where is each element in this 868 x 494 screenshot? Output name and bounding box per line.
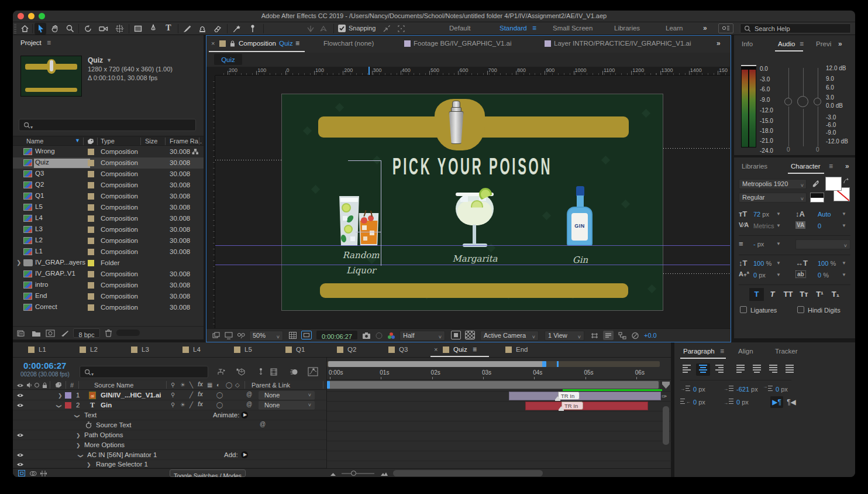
comp-tab-name[interactable]: Quiz bbox=[279, 40, 293, 47]
panel-overflow-icon[interactable]: » bbox=[845, 162, 849, 170]
parent-link-column[interactable]: Parent & Link bbox=[252, 382, 290, 389]
region-of-interest-icon[interactable] bbox=[301, 331, 312, 339]
ghost-icon[interactable] bbox=[29, 470, 37, 477]
shy-icon[interactable] bbox=[256, 368, 266, 376]
adjust-icon[interactable] bbox=[60, 330, 70, 337]
layer-name[interactable]: Gin bbox=[101, 402, 112, 409]
project-row[interactable]: ❯ End Composition 30.008 bbox=[13, 291, 204, 302]
project-row[interactable]: ❯ Q3 Composition 30.008 bbox=[13, 169, 204, 180]
project-row[interactable]: ❯ intro Composition 30.008 bbox=[13, 280, 204, 291]
show-snapshot-icon[interactable] bbox=[375, 332, 383, 339]
baseline-shift-stepper[interactable]: ▼ bbox=[776, 272, 781, 277]
time-navigator-visible[interactable] bbox=[328, 361, 543, 367]
time-ruler[interactable]: 0:00s01s02s03s04s05s06s bbox=[327, 368, 671, 380]
indent-right-value[interactable]: 0 bbox=[693, 399, 697, 406]
snapping-checkbox[interactable] bbox=[338, 25, 346, 32]
project-row[interactable]: ❯ Q1 Composition 30.008 bbox=[13, 191, 204, 202]
type-style-button[interactable]: Tᴛ bbox=[797, 288, 811, 301]
label-color-swatch[interactable] bbox=[88, 249, 94, 255]
type-style-button[interactable]: T bbox=[749, 288, 764, 301]
eraser-tool-icon[interactable] bbox=[213, 24, 222, 33]
project-panel-menu-icon[interactable]: ≡ bbox=[47, 39, 51, 47]
project-panel-tab[interactable]: Project bbox=[20, 39, 42, 46]
character-panel-tab[interactable]: Character bbox=[791, 163, 821, 170]
expand-layers-icon[interactable] bbox=[18, 470, 25, 476]
pan-behind-tool-icon[interactable] bbox=[115, 24, 125, 33]
layer-row-2[interactable]: ❯ 2 T Gin ⚲ ☀ ╱ fx ◯ @ None˅ bbox=[13, 400, 326, 410]
column-frame-rate[interactable]: Frame Ra.. bbox=[170, 138, 202, 145]
label-color-swatch[interactable] bbox=[88, 227, 94, 233]
project-row[interactable]: ❯ Q2 Composition 30.008 bbox=[13, 180, 204, 191]
workspace-settings-button[interactable] bbox=[718, 23, 733, 33]
navigator-end-handle[interactable] bbox=[542, 361, 546, 367]
swap-fill-stroke-icon[interactable] bbox=[843, 177, 850, 184]
vertical-scale-value[interactable]: 100 bbox=[753, 260, 764, 267]
preview-comp-name[interactable]: Quiz bbox=[88, 56, 103, 64]
workspace-standard[interactable]: Standard bbox=[500, 25, 527, 32]
preview-disclosure-icon[interactable]: ▼ bbox=[106, 57, 112, 63]
align-button[interactable] bbox=[733, 363, 748, 376]
paragraph-panel-menu-icon[interactable]: ≡ bbox=[720, 347, 724, 355]
project-row[interactable]: ❯ IV_GRAP..V1 Composition 30.008 bbox=[13, 269, 204, 280]
project-scrollbar[interactable] bbox=[116, 330, 140, 336]
comp-mini-flowchart-icon[interactable] bbox=[217, 368, 227, 376]
layer-expander-icon[interactable]: ❯ bbox=[58, 393, 63, 399]
label-color-swatch[interactable] bbox=[88, 171, 94, 177]
layer-bar-2[interactable] bbox=[525, 402, 648, 410]
type-tool-icon[interactable]: T bbox=[164, 23, 173, 33]
frame-blending-icon[interactable] bbox=[270, 368, 280, 376]
comp-viewer[interactable]: PICK YOUR POISON bbox=[215, 76, 730, 328]
label-color-swatch[interactable] bbox=[88, 182, 94, 188]
stroke-over-fill-widget[interactable] bbox=[810, 193, 824, 203]
align-button[interactable] bbox=[680, 363, 694, 376]
timeline-timecode[interactable]: 0:00:06:27 bbox=[23, 361, 66, 370]
puppet-pin-tool-icon[interactable] bbox=[248, 24, 257, 33]
project-row[interactable]: ❯ L4 Composition 30.008 bbox=[13, 213, 204, 224]
stroke-width-value[interactable]: - bbox=[753, 241, 756, 248]
tab-menu-icon[interactable]: ≡ bbox=[473, 345, 477, 354]
timeline-tab[interactable]: × L2 ≡ bbox=[74, 342, 125, 357]
horizontal-ruler[interactable]: 2001000100200300400500600700800900100011… bbox=[215, 67, 730, 76]
vertical-scale-stepper[interactable]: ▼ bbox=[776, 260, 781, 266]
timeline-zoom-slider[interactable] bbox=[342, 473, 374, 474]
comp-tab-menu-icon[interactable]: ≡ bbox=[295, 39, 299, 47]
interpret-footage-icon[interactable] bbox=[17, 330, 26, 337]
motion-blur-switch[interactable]: ◯ bbox=[216, 402, 223, 408]
source-text-row[interactable]: Source Text @ bbox=[13, 420, 326, 430]
camera-dropdown[interactable]: Active Camera˅ bbox=[480, 331, 539, 341]
column-name[interactable]: Name bbox=[26, 138, 43, 145]
align-button[interactable] bbox=[783, 363, 797, 376]
share-icon[interactable] bbox=[237, 332, 246, 339]
label-color-swatch[interactable] bbox=[88, 215, 94, 222]
audio-panel-menu-icon[interactable]: ≡ bbox=[800, 40, 804, 48]
ruler-corner[interactable] bbox=[206, 67, 215, 76]
rtl-direction-button[interactable]: ¶◀ bbox=[785, 396, 798, 408]
new-folder-icon[interactable] bbox=[32, 330, 41, 337]
project-row[interactable]: ❯ Correct Composition 30.008 bbox=[13, 302, 204, 313]
fx-switch[interactable]: fx bbox=[198, 391, 203, 397]
timeline-tab[interactable]: × Q1 ≡ bbox=[280, 342, 331, 357]
panel-overflow-icon[interactable]: » bbox=[838, 40, 842, 48]
parent-dropdown[interactable]: None˅ bbox=[259, 391, 315, 400]
zoom-in-mountain-icon[interactable] bbox=[380, 471, 388, 476]
draft-3d-icon[interactable] bbox=[236, 368, 246, 376]
snap-beyond-edges-icon[interactable] bbox=[397, 24, 406, 33]
layer-tab[interactable]: Layer INTRO/PRACTICE/IV_GRAPHIC_V1.ai bbox=[554, 40, 691, 47]
column-size[interactable]: Size bbox=[145, 138, 157, 145]
column-type[interactable]: Type bbox=[101, 138, 115, 145]
label-color-swatch[interactable] bbox=[88, 149, 94, 155]
project-row[interactable]: ❯ L5 Composition 30.008 bbox=[13, 202, 204, 213]
parent-pickwhip-icon[interactable]: @ bbox=[246, 401, 252, 407]
exposure-value[interactable]: +0.0 bbox=[644, 332, 657, 339]
audio-left-fader-knob[interactable] bbox=[784, 98, 792, 105]
label-color-swatch[interactable] bbox=[88, 271, 94, 277]
horizontal-scale-stepper[interactable]: ▼ bbox=[842, 260, 846, 266]
label-color-swatch[interactable] bbox=[88, 193, 94, 200]
path-options-row[interactable]: ❯ Path Options bbox=[13, 430, 326, 440]
horizontal-scale-value[interactable]: 100 bbox=[818, 260, 828, 267]
timeline-tab[interactable]: × L4 ≡ bbox=[177, 342, 228, 357]
motion-blur-icon[interactable] bbox=[290, 368, 299, 376]
always-preview-icon[interactable] bbox=[212, 332, 221, 339]
kerning-stepper[interactable]: ▼ bbox=[776, 223, 781, 228]
timeline-button-icon[interactable] bbox=[603, 331, 614, 340]
